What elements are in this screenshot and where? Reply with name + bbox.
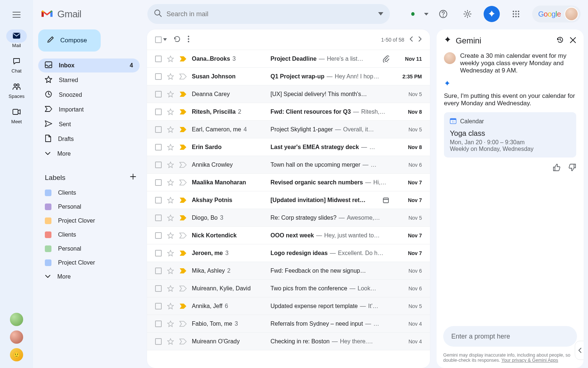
star-icon[interactable]	[167, 144, 174, 151]
important-icon[interactable]	[179, 302, 187, 310]
important-icon[interactable]	[179, 214, 187, 222]
nav-snoozed[interactable]: Snoozed	[38, 88, 140, 102]
row-checkbox[interactable]	[155, 91, 162, 98]
email-row[interactable]: Annika, Jeff 6 Updated expense report te…	[147, 297, 430, 315]
email-row[interactable]: Oana..Brooks 3 Project Deadline — Here's…	[147, 50, 430, 68]
star-icon[interactable]	[167, 232, 174, 239]
menu-button[interactable]	[8, 7, 25, 23]
rail-spaces[interactable]: Spaces	[4, 80, 29, 99]
row-checkbox[interactable]	[155, 144, 162, 151]
row-checkbox[interactable]	[155, 321, 162, 327]
row-checkbox[interactable]	[155, 162, 162, 168]
important-icon[interactable]	[179, 73, 187, 80]
compose-button[interactable]: Compose	[38, 29, 101, 52]
help-button[interactable]	[435, 6, 451, 22]
email-row[interactable]: Deanna Carey [UX] Special delivery! This…	[147, 85, 430, 103]
account-avatar[interactable]	[564, 7, 578, 21]
search-options-icon[interactable]	[378, 11, 383, 17]
collapse-handle[interactable]	[575, 341, 584, 360]
star-icon[interactable]	[167, 197, 174, 204]
gemini-input[interactable]: Enter a prompt here	[443, 326, 577, 347]
gemini-privacy-link[interactable]: Your privacy & Gemini Apps	[501, 358, 558, 363]
thumbs-up-button[interactable]	[553, 163, 561, 173]
important-icon[interactable]	[179, 144, 187, 151]
rail-meet[interactable]: Meet	[4, 106, 29, 124]
nav-important[interactable]: Important	[38, 103, 140, 117]
nav-inbox[interactable]: Inbox 4	[38, 59, 140, 72]
presence-avatar[interactable]	[10, 330, 23, 344]
apps-button[interactable]	[508, 6, 524, 22]
label-item[interactable]: Personal	[38, 200, 140, 214]
email-row[interactable]: Nick Kortendick OOO next week — Hey, jus…	[147, 227, 430, 244]
label-item[interactable]: Project Clover	[38, 214, 140, 228]
star-icon[interactable]	[167, 250, 174, 257]
star-icon[interactable]	[167, 267, 174, 275]
label-item[interactable]: Project Clover	[38, 256, 140, 270]
nav-more[interactable]: More	[38, 147, 140, 161]
gemini-button[interactable]	[484, 6, 500, 22]
star-icon[interactable]	[167, 179, 174, 186]
email-row[interactable]: Muireann, Kylie, David Two pics from the…	[147, 280, 430, 297]
star-icon[interactable]	[167, 73, 174, 80]
star-icon[interactable]	[167, 161, 174, 169]
refresh-button[interactable]	[173, 35, 181, 44]
star-icon[interactable]	[167, 338, 174, 345]
nav-sent[interactable]: Sent	[38, 117, 140, 131]
thumbs-down-button[interactable]	[568, 163, 576, 173]
rail-mail[interactable]: Mail	[4, 29, 29, 48]
important-icon[interactable]	[179, 108, 187, 116]
row-checkbox[interactable]	[155, 285, 162, 292]
important-icon[interactable]	[179, 267, 187, 275]
status-caret-icon[interactable]	[424, 11, 429, 17]
more-button[interactable]	[187, 35, 190, 44]
row-checkbox[interactable]	[155, 338, 162, 345]
row-checkbox[interactable]	[155, 56, 162, 62]
label-item[interactable]: Clients	[38, 228, 140, 242]
row-checkbox[interactable]	[155, 250, 162, 256]
important-icon[interactable]	[179, 338, 187, 345]
row-checkbox[interactable]	[155, 268, 162, 274]
labels-more[interactable]: More	[38, 270, 140, 284]
label-item[interactable]: Clients	[38, 186, 140, 200]
account-switcher[interactable]: Google	[532, 6, 581, 22]
email-row[interactable]: Akshay Potnis [Updated invitation] Midwe…	[147, 191, 430, 209]
email-row[interactable]: Diogo, Bo 3 Re: Corp strategy slides? — …	[147, 209, 430, 227]
important-icon[interactable]	[179, 320, 187, 328]
important-icon[interactable]	[179, 126, 187, 133]
important-icon[interactable]	[179, 179, 187, 186]
important-icon[interactable]	[179, 161, 187, 169]
star-icon[interactable]	[167, 126, 174, 133]
next-page-button[interactable]	[418, 36, 422, 43]
important-icon[interactable]	[179, 55, 187, 63]
row-checkbox[interactable]	[155, 303, 162, 309]
important-icon[interactable]	[179, 197, 187, 204]
email-row[interactable]: Maalika Manoharan Revised organic search…	[147, 174, 430, 191]
email-row[interactable]: Fabio, Tom, me 3 Referrals from Sydney –…	[147, 315, 430, 333]
settings-button[interactable]	[459, 6, 476, 22]
presence-avatar[interactable]	[10, 313, 23, 326]
star-icon[interactable]	[167, 320, 174, 328]
email-row[interactable]: Susan Johnson Q1 Project wrap-up — Hey A…	[147, 68, 430, 85]
email-row[interactable]: Erin Sardo Last year's EMEA strategy dec…	[147, 138, 430, 156]
nav-starred[interactable]: Starred	[38, 73, 140, 87]
row-checkbox[interactable]	[155, 215, 162, 221]
history-button[interactable]	[556, 36, 564, 46]
search-bar[interactable]	[147, 4, 390, 24]
row-checkbox[interactable]	[155, 197, 162, 204]
star-icon[interactable]	[167, 214, 174, 222]
row-checkbox[interactable]	[155, 232, 162, 239]
select-all-checkbox[interactable]	[155, 36, 167, 43]
email-row[interactable]: Ritesh, Priscilla 2 Fwd: Client resource…	[147, 103, 430, 121]
brand[interactable]: Gmail	[40, 8, 141, 20]
star-icon[interactable]	[167, 285, 174, 292]
star-icon[interactable]	[167, 302, 174, 310]
important-icon[interactable]	[179, 285, 187, 292]
search-input[interactable]	[162, 10, 378, 18]
gemini-calendar-card[interactable]: 31 Calendar Yoga class Mon, Jan 20 · 9:0…	[444, 112, 576, 158]
rail-chat[interactable]: Chat	[4, 55, 29, 74]
important-icon[interactable]	[179, 232, 187, 239]
star-icon[interactable]	[167, 91, 174, 98]
row-checkbox[interactable]	[155, 179, 162, 186]
email-row[interactable]: Earl, Cameron, me 4 Project Skylight 1-p…	[147, 121, 430, 138]
row-checkbox[interactable]	[155, 126, 162, 133]
